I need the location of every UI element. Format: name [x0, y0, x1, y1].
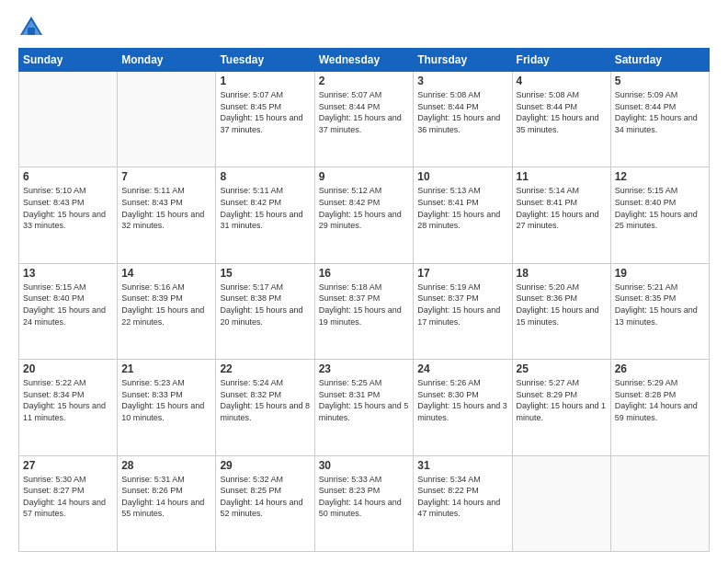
- day-info: Sunrise: 5:11 AM Sunset: 8:42 PM Dayligh…: [220, 185, 310, 231]
- svg-rect-2: [28, 28, 35, 35]
- day-info: Sunrise: 5:15 AM Sunset: 8:40 PM Dayligh…: [23, 282, 113, 327]
- day-number: 29: [220, 459, 310, 472]
- day-info: Sunrise: 5:32 AM Sunset: 8:25 PM Dayligh…: [220, 474, 310, 520]
- day-number: 15: [220, 267, 310, 280]
- day-cell: 17Sunrise: 5:19 AM Sunset: 8:37 PM Dayli…: [414, 263, 512, 359]
- day-info: Sunrise: 5:26 AM Sunset: 8:30 PM Dayligh…: [417, 377, 507, 423]
- day-cell: 2Sunrise: 5:07 AM Sunset: 8:44 PM Daylig…: [314, 72, 414, 167]
- day-info: Sunrise: 5:07 AM Sunset: 8:45 PM Dayligh…: [220, 89, 310, 135]
- col-header-friday: Friday: [512, 49, 610, 72]
- week-row-3: 13Sunrise: 5:15 AM Sunset: 8:40 PM Dayli…: [19, 263, 710, 359]
- day-info: Sunrise: 5:19 AM Sunset: 8:37 PM Dayligh…: [417, 282, 507, 327]
- day-cell: 20Sunrise: 5:22 AM Sunset: 8:34 PM Dayli…: [19, 360, 118, 455]
- day-cell: 15Sunrise: 5:17 AM Sunset: 8:38 PM Dayli…: [216, 263, 314, 359]
- day-info: Sunrise: 5:27 AM Sunset: 8:29 PM Dayligh…: [517, 377, 607, 423]
- day-info: Sunrise: 5:30 AM Sunset: 8:27 PM Dayligh…: [23, 474, 113, 520]
- col-header-saturday: Saturday: [610, 49, 709, 72]
- col-header-thursday: Thursday: [414, 49, 512, 72]
- day-cell: 31Sunrise: 5:34 AM Sunset: 8:22 PM Dayli…: [414, 455, 512, 551]
- day-cell: 12Sunrise: 5:15 AM Sunset: 8:40 PM Dayli…: [610, 167, 709, 263]
- day-number: 8: [220, 170, 310, 183]
- day-info: Sunrise: 5:07 AM Sunset: 8:44 PM Dayligh…: [319, 89, 410, 135]
- day-cell: 21Sunrise: 5:23 AM Sunset: 8:33 PM Dayli…: [118, 360, 216, 455]
- week-row-1: 1Sunrise: 5:07 AM Sunset: 8:45 PM Daylig…: [19, 72, 710, 167]
- calendar-header-row: SundayMondayTuesdayWednesdayThursdayFrid…: [19, 49, 710, 72]
- day-number: 24: [417, 362, 507, 375]
- day-info: Sunrise: 5:08 AM Sunset: 8:44 PM Dayligh…: [417, 89, 507, 135]
- day-number: 31: [417, 459, 507, 472]
- day-cell: 25Sunrise: 5:27 AM Sunset: 8:29 PM Dayli…: [512, 360, 610, 455]
- day-info: Sunrise: 5:08 AM Sunset: 8:44 PM Dayligh…: [517, 89, 607, 135]
- day-number: 18: [517, 267, 607, 280]
- day-number: 21: [121, 362, 211, 375]
- day-info: Sunrise: 5:22 AM Sunset: 8:34 PM Dayligh…: [23, 377, 113, 423]
- day-cell: 16Sunrise: 5:18 AM Sunset: 8:37 PM Dayli…: [314, 263, 414, 359]
- day-info: Sunrise: 5:10 AM Sunset: 8:43 PM Dayligh…: [23, 185, 113, 231]
- day-info: Sunrise: 5:15 AM Sunset: 8:40 PM Dayligh…: [615, 185, 705, 231]
- day-cell: 7Sunrise: 5:11 AM Sunset: 8:43 PM Daylig…: [118, 167, 216, 263]
- day-cell: 1Sunrise: 5:07 AM Sunset: 8:45 PM Daylig…: [216, 72, 314, 167]
- week-row-4: 20Sunrise: 5:22 AM Sunset: 8:34 PM Dayli…: [19, 360, 710, 455]
- day-cell: 19Sunrise: 5:21 AM Sunset: 8:35 PM Dayli…: [610, 263, 709, 359]
- day-cell: 22Sunrise: 5:24 AM Sunset: 8:32 PM Dayli…: [216, 360, 314, 455]
- day-cell: 28Sunrise: 5:31 AM Sunset: 8:26 PM Dayli…: [118, 455, 216, 551]
- week-row-5: 27Sunrise: 5:30 AM Sunset: 8:27 PM Dayli…: [19, 455, 710, 551]
- day-number: 3: [417, 75, 507, 87]
- day-info: Sunrise: 5:13 AM Sunset: 8:41 PM Dayligh…: [417, 185, 507, 231]
- day-info: Sunrise: 5:12 AM Sunset: 8:42 PM Dayligh…: [319, 185, 410, 231]
- day-number: 16: [319, 267, 410, 280]
- day-number: 26: [615, 362, 705, 375]
- day-number: 13: [23, 267, 113, 280]
- day-info: Sunrise: 5:18 AM Sunset: 8:37 PM Dayligh…: [319, 282, 410, 327]
- day-cell: 6Sunrise: 5:10 AM Sunset: 8:43 PM Daylig…: [19, 167, 118, 263]
- day-number: 7: [121, 170, 211, 183]
- day-cell: [19, 72, 118, 167]
- day-number: 19: [615, 267, 705, 280]
- day-number: 30: [319, 459, 410, 472]
- logo-icon: [18, 15, 44, 40]
- day-number: 22: [220, 362, 310, 375]
- day-number: 1: [220, 75, 310, 87]
- day-cell: 18Sunrise: 5:20 AM Sunset: 8:36 PM Dayli…: [512, 263, 610, 359]
- day-info: Sunrise: 5:11 AM Sunset: 8:43 PM Dayligh…: [121, 185, 211, 231]
- day-cell: [118, 72, 216, 167]
- day-info: Sunrise: 5:21 AM Sunset: 8:35 PM Dayligh…: [615, 282, 705, 327]
- col-header-sunday: Sunday: [19, 49, 118, 72]
- day-number: 25: [517, 362, 607, 375]
- day-cell: 11Sunrise: 5:14 AM Sunset: 8:41 PM Dayli…: [512, 167, 610, 263]
- day-number: 10: [417, 170, 507, 183]
- day-info: Sunrise: 5:23 AM Sunset: 8:33 PM Dayligh…: [121, 377, 211, 423]
- day-number: 12: [615, 170, 705, 183]
- day-cell: 23Sunrise: 5:25 AM Sunset: 8:31 PM Dayli…: [314, 360, 414, 455]
- day-cell: 14Sunrise: 5:16 AM Sunset: 8:39 PM Dayli…: [118, 263, 216, 359]
- day-number: 27: [23, 459, 113, 472]
- day-number: 6: [23, 170, 113, 183]
- day-number: 9: [319, 170, 410, 183]
- day-info: Sunrise: 5:20 AM Sunset: 8:36 PM Dayligh…: [517, 282, 607, 327]
- col-header-tuesday: Tuesday: [216, 49, 314, 72]
- day-cell: 30Sunrise: 5:33 AM Sunset: 8:23 PM Dayli…: [314, 455, 414, 551]
- day-info: Sunrise: 5:09 AM Sunset: 8:44 PM Dayligh…: [615, 89, 705, 135]
- day-info: Sunrise: 5:29 AM Sunset: 8:28 PM Dayligh…: [615, 377, 705, 423]
- logo: [18, 15, 46, 40]
- day-cell: [512, 455, 610, 551]
- day-cell: 10Sunrise: 5:13 AM Sunset: 8:41 PM Dayli…: [414, 167, 512, 263]
- day-number: 14: [121, 267, 211, 280]
- day-info: Sunrise: 5:33 AM Sunset: 8:23 PM Dayligh…: [319, 474, 410, 520]
- day-cell: 26Sunrise: 5:29 AM Sunset: 8:28 PM Dayli…: [610, 360, 709, 455]
- day-info: Sunrise: 5:16 AM Sunset: 8:39 PM Dayligh…: [121, 282, 211, 327]
- day-cell: 5Sunrise: 5:09 AM Sunset: 8:44 PM Daylig…: [610, 72, 709, 167]
- day-cell: 9Sunrise: 5:12 AM Sunset: 8:42 PM Daylig…: [314, 167, 414, 263]
- col-header-wednesday: Wednesday: [314, 49, 414, 72]
- day-number: 2: [319, 75, 410, 87]
- day-number: 5: [615, 75, 705, 87]
- day-number: 17: [417, 267, 507, 280]
- week-row-2: 6Sunrise: 5:10 AM Sunset: 8:43 PM Daylig…: [19, 167, 710, 263]
- day-info: Sunrise: 5:24 AM Sunset: 8:32 PM Dayligh…: [220, 377, 310, 423]
- day-cell: 8Sunrise: 5:11 AM Sunset: 8:42 PM Daylig…: [216, 167, 314, 263]
- day-cell: 29Sunrise: 5:32 AM Sunset: 8:25 PM Dayli…: [216, 455, 314, 551]
- calendar: SundayMondayTuesdayWednesdayThursdayFrid…: [18, 48, 710, 552]
- day-cell: [610, 455, 709, 551]
- day-number: 11: [517, 170, 607, 183]
- day-cell: 27Sunrise: 5:30 AM Sunset: 8:27 PM Dayli…: [19, 455, 118, 551]
